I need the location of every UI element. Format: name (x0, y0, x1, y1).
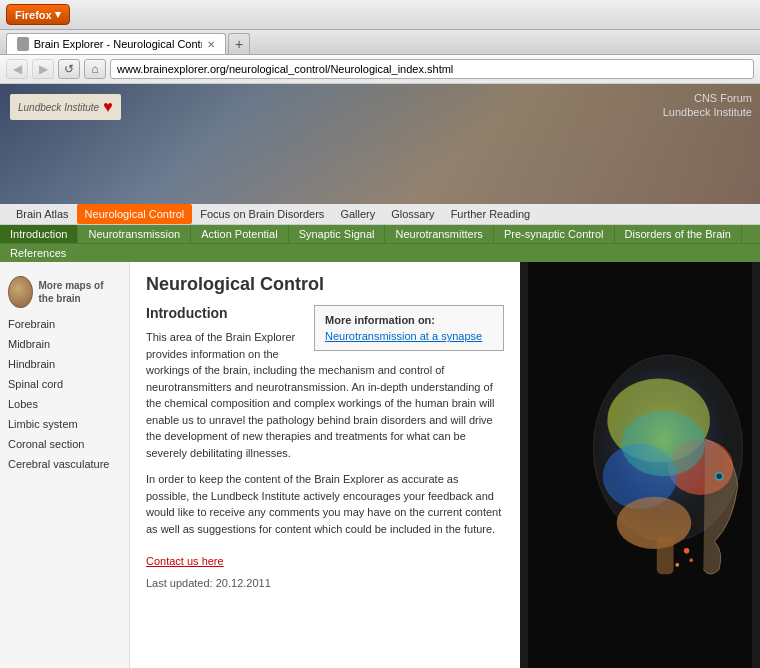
info-box-title: More information on: (325, 314, 493, 326)
nav-bar: ◀ ▶ ↺ ⌂ (0, 55, 760, 84)
lundbeck-institute-link[interactable]: Lundbeck Institute (663, 106, 752, 118)
svg-point-10 (684, 548, 690, 554)
info-box: More information on: Neurotransmission a… (314, 305, 504, 351)
paragraph-2: In order to keep the content of the Brai… (146, 471, 504, 537)
sub-nav2-item-0[interactable]: References (0, 244, 76, 262)
last-updated: Last updated: 20.12.2011 (146, 577, 504, 589)
main-nav-item-2[interactable]: Focus on Brain Disorders (192, 204, 332, 224)
main-nav: Brain AtlasNeurological ControlFocus on … (0, 204, 760, 225)
sub-nav-item-6[interactable]: Disorders of the Brain (615, 225, 742, 243)
browser-toolbar: Firefox ▾ (0, 0, 760, 30)
sub-nav-item-4[interactable]: Neurotransmitters (385, 225, 493, 243)
logo-symbol: ♥ (103, 98, 113, 116)
contact-link[interactable]: Contact us here (146, 555, 504, 567)
tab-title: Brain Explorer - Neurological Control - … (34, 38, 202, 50)
sidebar-item-spinal-cord[interactable]: Spinal cord (0, 374, 129, 394)
sub-nav-item-3[interactable]: Synaptic Signal (289, 225, 386, 243)
main-nav-item-4[interactable]: Glossary (383, 204, 442, 224)
sidebar-item-limbic-system[interactable]: Limbic system (0, 414, 129, 434)
address-bar[interactable] (110, 59, 754, 79)
brain-visual (520, 262, 760, 668)
new-tab-button[interactable]: + (228, 33, 250, 54)
main-nav-item-0[interactable]: Brain Atlas (8, 204, 77, 224)
sub-nav: IntroductionNeurotransmissionAction Pote… (0, 225, 760, 243)
main-content: Neurological Control More information on… (130, 262, 520, 668)
content-wrapper: More maps of the brain ForebrainMidbrain… (0, 262, 760, 668)
brain-thumbnail (8, 276, 33, 308)
info-box-link[interactable]: Neurotransmission at a synapse (325, 330, 482, 342)
logo-box: Lundbeck Institute ♥ (10, 94, 121, 120)
browser-tab[interactable]: Brain Explorer - Neurological Control - … (6, 33, 226, 54)
sidebar-item-forebrain[interactable]: Forebrain (0, 314, 129, 334)
svg-rect-7 (657, 537, 674, 574)
brain-maps-section[interactable]: More maps of the brain (0, 270, 129, 314)
back-button[interactable]: ◀ (6, 59, 28, 79)
svg-point-12 (689, 558, 693, 562)
sub-nav-item-5[interactable]: Pre-synaptic Control (494, 225, 615, 243)
logo-text: Lundbeck Institute (18, 102, 99, 113)
firefox-button[interactable]: Firefox ▾ (6, 4, 70, 25)
sidebar-item-hindbrain[interactable]: Hindbrain (0, 354, 129, 374)
sidebar-item-cerebral-vasculature[interactable]: Cerebral vasculature (0, 454, 129, 474)
left-sidebar: More maps of the brain ForebrainMidbrain… (0, 262, 130, 668)
site-header: Lundbeck Institute ♥ CNS Forum Lundbeck … (0, 84, 760, 204)
firefox-label: Firefox (15, 9, 52, 21)
home-button[interactable]: ⌂ (84, 59, 106, 79)
cns-forum-link[interactable]: CNS Forum (694, 92, 752, 104)
reload-button[interactable]: ↺ (58, 59, 80, 79)
sub-nav2: References (0, 243, 760, 262)
main-nav-item-3[interactable]: Gallery (332, 204, 383, 224)
header-links: CNS Forum Lundbeck Institute (663, 92, 752, 118)
sidebar-brain-label: More maps of the brain (39, 279, 122, 305)
sidebar-item-lobes[interactable]: Lobes (0, 394, 129, 414)
more-maps-label: More maps of the brain (39, 279, 122, 305)
sub-nav-item-2[interactable]: Action Potential (191, 225, 288, 243)
main-nav-item-1[interactable]: Neurological Control (77, 204, 193, 224)
sub-nav-item-0[interactable]: Introduction (0, 225, 78, 243)
sidebar-item-coronal-section[interactable]: Coronal section (0, 434, 129, 454)
main-nav-item-5[interactable]: Further Reading (443, 204, 539, 224)
svg-point-11 (675, 563, 679, 567)
sub-nav-item-1[interactable]: Neurotransmission (78, 225, 191, 243)
forward-button[interactable]: ▶ (32, 59, 54, 79)
sidebar-item-midbrain[interactable]: Midbrain (0, 334, 129, 354)
tab-close-icon[interactable]: ✕ (207, 39, 215, 50)
page-title: Neurological Control (146, 274, 504, 295)
dropdown-arrow: ▾ (55, 8, 61, 21)
lundbeck-logo[interactable]: Lundbeck Institute ♥ (10, 94, 121, 120)
tab-favicon (17, 37, 29, 51)
tab-bar: Brain Explorer - Neurological Control - … (0, 30, 760, 55)
svg-point-13 (589, 355, 738, 541)
